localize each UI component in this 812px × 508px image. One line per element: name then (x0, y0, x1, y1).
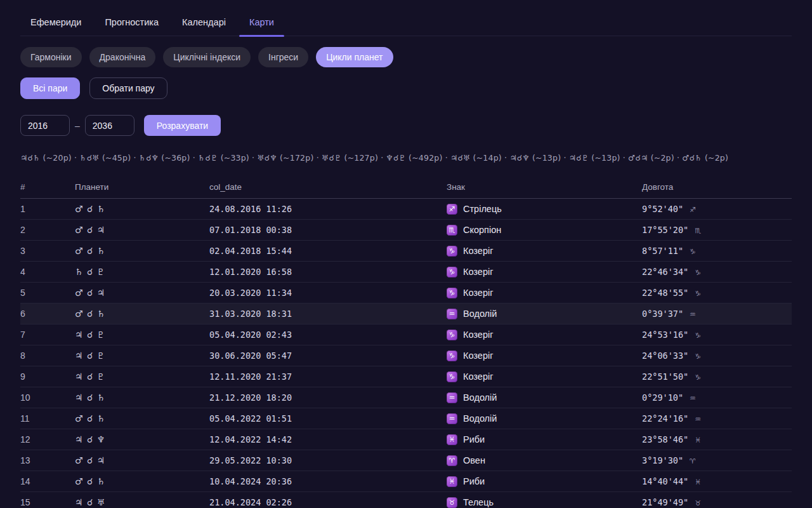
zodiac-sign-cell: ♑ Козеріг (447, 351, 642, 361)
pair-mode-row: Всі париОбрати пару (20, 77, 792, 99)
event-datetime: 07.01.2018 00:38 (209, 225, 447, 235)
row-number: 11 (20, 413, 75, 424)
column-header-longitude: Довгота (642, 182, 792, 192)
range-dash: – (75, 121, 80, 131)
planet-pair-glyphs: ♂ ☌ ♄ (75, 476, 209, 486)
longitude-value: 24°53'16" (642, 330, 688, 340)
zodiac-sign-cell: ♒ Водолій (447, 392, 642, 403)
longitude-sign-icon: ♏ (695, 227, 701, 235)
nav-tab[interactable]: Календарі (172, 12, 236, 36)
column-header-sign: Знак (447, 182, 642, 192)
top-nav-tabbar: ЕфемеридиПрогностикаКалендаріКарти (20, 0, 792, 36)
zodiac-sign-name: Козеріг (463, 371, 493, 382)
planet-pair-glyphs: ♂ ☌ ♄ (75, 309, 209, 319)
planet-pair-glyphs: ♃ ☌ ♇ (75, 351, 209, 361)
filter-chip[interactable]: Інгреси (258, 47, 308, 67)
zodiac-sign-cell: ♐ Стрілець (447, 204, 642, 215)
table-row[interactable]: 10 ♃ ☌ ♄ 21.12.2020 18:20 ♒ Водолій 0°29… (20, 387, 792, 408)
zodiac-sign-cell: ♑ Козеріг (447, 267, 642, 277)
table-body: 1 ♂ ☌ ♄ 24.08.2016 11:26 ♐ Стрілець 9°52… (20, 199, 792, 508)
longitude-sign-icon: ♑ (695, 331, 701, 340)
table-header: # Планети col_date Знак Довгота (20, 177, 792, 199)
table-row[interactable]: 11 ♂ ☌ ♄ 05.04.2022 01:51 ♒ Водолій 22°2… (20, 408, 792, 429)
zodiac-sign-icon: ♑ (447, 267, 457, 277)
filter-chip[interactable]: Циклічні індекси (163, 47, 251, 67)
longitude-value: 24°06'33" (642, 351, 688, 361)
table-row[interactable]: 13 ♂ ☌ ♃ 29.05.2022 10:30 ♈ Овен 3°19'30… (20, 450, 792, 471)
zodiac-sign-name: Скорпіон (463, 225, 501, 235)
nav-tab[interactable]: Прогностика (95, 12, 169, 36)
event-datetime: 05.04.2020 02:43 (209, 330, 447, 340)
nav-tab[interactable]: Ефемериди (20, 12, 91, 36)
year-range-row: – Розрахувати (20, 115, 792, 136)
table-row[interactable]: 14 ♂ ☌ ♄ 10.04.2024 20:36 ♓ Риби 14°40'4… (20, 471, 792, 492)
table-row[interactable]: 3 ♂ ☌ ♄ 02.04.2018 15:44 ♑ Козеріг 8°57'… (20, 241, 792, 262)
row-number: 8 (20, 351, 75, 361)
table-row[interactable]: 12 ♃ ☌ ♆ 12.04.2022 14:42 ♓ Риби 23°58'4… (20, 429, 792, 450)
event-datetime: 29.05.2022 10:30 (209, 455, 447, 465)
longitude-cell: 23°58'46"♓ (642, 434, 792, 444)
zodiac-sign-name: Водолій (463, 392, 497, 403)
filter-chip[interactable]: Драконічна (89, 47, 156, 67)
event-datetime: 24.08.2016 11:26 (209, 204, 447, 214)
table-row[interactable]: 4 ♄ ☌ ♇ 12.01.2020 16:58 ♑ Козеріг 22°46… (20, 262, 792, 283)
row-number: 15 (20, 497, 75, 507)
longitude-value: 0°29'10" (642, 392, 683, 403)
row-number: 3 (20, 246, 75, 256)
zodiac-sign-cell: ♓ Риби (447, 434, 642, 445)
zodiac-sign-icon: ♒ (447, 309, 457, 319)
zodiac-sign-icon: ♑ (447, 330, 457, 340)
filter-chip[interactable]: Гармоніки (20, 47, 82, 67)
longitude-sign-icon: ♒ (690, 311, 696, 319)
longitude-sign-icon: ♓ (695, 436, 701, 444)
table-row[interactable]: 5 ♂ ☌ ♃ 20.03.2020 11:34 ♑ Козеріг 22°48… (20, 283, 792, 304)
column-header-date: col_date (209, 182, 447, 192)
zodiac-sign-name: Козеріг (463, 246, 493, 256)
table-row[interactable]: 9 ♃ ☌ ♇ 12.11.2020 21:37 ♑ Козеріг 22°51… (20, 366, 792, 387)
planet-pair-glyphs: ♂ ☌ ♃ (75, 455, 209, 465)
longitude-cell: 0°29'10"♒ (642, 392, 792, 403)
longitude-value: 17°55'20" (642, 225, 688, 235)
pair-mode-button[interactable]: Всі пари (20, 77, 80, 99)
pair-mode-button[interactable]: Обрати пару (89, 77, 167, 99)
event-datetime: 21.04.2024 02:26 (209, 497, 447, 507)
row-number: 13 (20, 455, 75, 465)
longitude-value: 3°19'30" (642, 455, 683, 465)
page: ЕфемеридиПрогностикаКалендаріКарти Гармо… (0, 0, 812, 508)
zodiac-sign-icon: ♈ (447, 455, 457, 466)
row-number: 4 (20, 267, 75, 277)
zodiac-sign-icon: ♒ (447, 392, 457, 403)
year-to-input[interactable] (85, 115, 134, 136)
nav-tab[interactable]: Карти (239, 12, 284, 36)
longitude-value: 8°57'11" (642, 246, 683, 256)
row-number: 2 (20, 225, 75, 235)
zodiac-sign-icon: ♐ (447, 204, 457, 215)
table-row[interactable]: 1 ♂ ☌ ♄ 24.08.2016 11:26 ♐ Стрілець 9°52… (20, 199, 792, 220)
calculate-button[interactable]: Розрахувати (144, 115, 221, 136)
planet-pair-glyphs: ♄ ☌ ♇ (75, 267, 209, 277)
longitude-sign-icon: ♈ (690, 457, 696, 465)
filter-chip[interactable]: Цикли планет (316, 47, 393, 67)
zodiac-sign-icon: ♓ (447, 434, 457, 445)
event-datetime: 10.04.2024 20:36 (209, 476, 447, 486)
longitude-cell: 22°48'55"♑ (642, 288, 792, 298)
table-row[interactable]: 7 ♃ ☌ ♇ 05.04.2020 02:43 ♑ Козеріг 24°53… (20, 324, 792, 345)
table-row[interactable]: 8 ♃ ☌ ♇ 30.06.2020 05:47 ♑ Козеріг 24°06… (20, 345, 792, 366)
zodiac-sign-name: Стрілець (463, 204, 502, 214)
year-from-input[interactable] (20, 115, 70, 136)
zodiac-sign-icon: ♏ (447, 225, 457, 236)
planet-pair-glyphs: ♃ ☌ ♇ (75, 330, 209, 340)
table-row[interactable]: 15 ♃ ☌ ♅ 21.04.2024 02:26 ♉ Телець 21°49… (20, 492, 792, 508)
row-number: 1 (20, 204, 75, 214)
zodiac-sign-icon: ♑ (447, 351, 457, 361)
row-number: 9 (20, 371, 75, 382)
table-row[interactable]: 2 ♂ ☌ ♃ 07.01.2018 00:38 ♏ Скорпіон 17°5… (20, 220, 792, 241)
zodiac-sign-name: Козеріг (463, 351, 493, 361)
table-row[interactable]: 6 ♂ ☌ ♄ 31.03.2020 18:31 ♒ Водолій 0°39'… (20, 304, 792, 324)
zodiac-sign-cell: ♒ Водолій (447, 309, 642, 319)
longitude-cell: 17°55'20"♏ (642, 225, 792, 235)
planet-pair-glyphs: ♃ ☌ ♄ (75, 392, 209, 403)
longitude-value: 22°51'50" (642, 371, 688, 382)
zodiac-sign-icon: ♑ (447, 288, 457, 298)
event-datetime: 02.04.2018 15:44 (209, 246, 447, 256)
